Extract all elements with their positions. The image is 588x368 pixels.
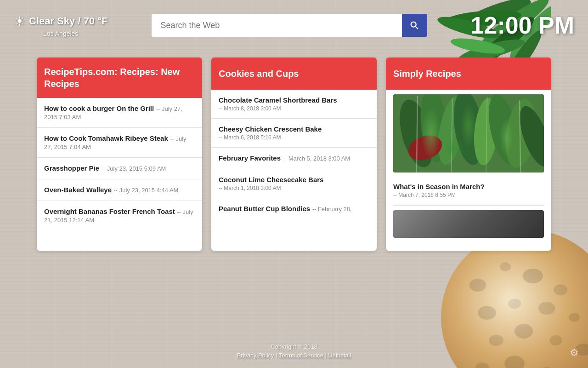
svg-point-13	[554, 284, 567, 295]
recipe-title: Chocolate Caramel Shortbread Bars	[219, 96, 337, 104]
svg-point-17	[569, 313, 580, 322]
svg-point-22	[475, 362, 489, 368]
card-simplyrecipes: Simply Recipes	[386, 58, 551, 251]
list-item[interactable]: Chocolate Caramel Shortbread Bars -- Mar…	[211, 90, 377, 119]
recipe-date: -- March 1, 2018 3:00 AM	[219, 185, 369, 191]
card-simplyrecipes-title: Simply Recipes	[393, 68, 461, 80]
recipe-image-container	[386, 90, 551, 176]
clock: 12:00 PM	[471, 12, 574, 39]
list-item[interactable]: How to cook a burger On the Grill -- Jul…	[37, 98, 202, 128]
weather-temperature: Clear Sky / 70 °F	[29, 15, 107, 27]
footer: Copyright © 2018 Privacy Policy | Terms …	[0, 343, 588, 359]
svg-point-33	[471, 97, 500, 166]
recipe-title: February Favorites	[219, 154, 281, 162]
svg-line-41	[520, 100, 521, 172]
svg-point-16	[538, 302, 555, 315]
recipe-date: -- March 6, 2018 5:16 AM	[219, 134, 369, 141]
footer-copyright: Copyright © 2018	[0, 343, 588, 350]
svg-point-10	[469, 279, 486, 292]
list-item[interactable]: Overnight Bananas Foster French Toast --…	[37, 201, 202, 230]
svg-line-27	[415, 26, 418, 29]
recipe-date: -- March 8, 2018 3:00 AM	[219, 105, 369, 112]
svg-point-19	[514, 324, 533, 339]
recipe-title: Oven-Baked Walleye	[44, 186, 112, 194]
recipe-image	[393, 94, 544, 172]
recipe-date: -- July 23, 2015 5:09 AM	[102, 165, 166, 172]
recipe-title: Grasshopper Pie	[44, 164, 99, 172]
recipe-image-2	[393, 210, 544, 238]
list-item[interactable]: How to Cook Tomahawk Ribeye Steak -- Jul…	[37, 128, 202, 158]
settings-icon[interactable]: ⚙	[570, 347, 579, 359]
recipe-date: -- March 7, 2018 8:55 PM	[393, 192, 544, 198]
svg-point-14	[478, 306, 496, 320]
svg-line-39	[451, 98, 452, 172]
svg-point-29	[393, 96, 439, 171]
recipe-title: Coconut Lime Cheesecake Bars	[219, 176, 323, 184]
recipe-title: How to cook a burger On the Grill	[44, 104, 154, 112]
recipe-date: -- February 28,	[312, 206, 352, 213]
terms-of-service-link[interactable]: Terms of Service	[279, 352, 323, 359]
list-item[interactable]: Cheesy Chicken Crescent Bake -- March 6,…	[211, 119, 377, 148]
weather-widget: ☀ Clear Sky / 70 °F Los Angeles	[14, 14, 107, 37]
svg-point-32	[450, 94, 488, 167]
card-recipetips-header: RecipeTips.com: Recipes: New Recipes	[37, 58, 202, 98]
svg-point-12	[523, 269, 543, 283]
svg-line-40	[486, 97, 487, 172]
svg-point-37	[514, 102, 544, 170]
card-cookiesandcups-body: Chocolate Caramel Shortbread Bars -- Mar…	[211, 90, 377, 219]
search-container	[152, 14, 427, 37]
footer-links: Privacy Policy | Terms of Service | Unin…	[0, 352, 588, 359]
main-content: RecipeTips.com: Recipes: New Recipes How…	[0, 58, 588, 251]
header: ☀ Clear Sky / 70 °F Los Angeles 12:00 PM	[0, 0, 588, 51]
greens-image	[393, 94, 544, 172]
uninstall-link[interactable]: Uninstall	[328, 352, 351, 359]
privacy-policy-link[interactable]: Privacy Policy	[237, 352, 274, 359]
card-simplyrecipes-header: Simply Recipes	[386, 58, 551, 90]
card-recipetips-title: RecipeTips.com: Recipes: New Recipes	[44, 66, 195, 90]
svg-point-15	[508, 299, 521, 309]
svg-point-30	[418, 94, 450, 163]
recipe-title: How to Cook Tomahawk Ribeye Steak	[44, 134, 168, 142]
list-item[interactable]: What's in Season in March? -- March 7, 2…	[386, 176, 551, 205]
recipe-date: -- July 23, 2015 4:44 AM	[113, 187, 178, 194]
recipe-date: -- March 5, 2018 3:00 AM	[283, 155, 351, 162]
svg-point-36	[405, 131, 445, 165]
list-item[interactable]: Peanut Butter Cup Blondies -- February 2…	[211, 198, 377, 219]
card-recipetips: RecipeTips.com: Recipes: New Recipes How…	[37, 58, 202, 251]
recipe-title: What's in Season in March?	[393, 183, 485, 190]
list-item[interactable]: Oven-Baked Walleye -- July 23, 2015 4:44…	[37, 179, 202, 201]
list-item[interactable]: Coconut Lime Cheesecake Bars -- March 1,…	[211, 169, 377, 198]
svg-rect-28	[393, 94, 544, 172]
svg-line-38	[416, 96, 418, 172]
list-item[interactable]: February Favorites -- March 5, 2018 3:00…	[211, 148, 377, 169]
recipe-title: Cheesy Chicken Crescent Bake	[219, 125, 322, 133]
search-input[interactable]	[152, 14, 402, 37]
svg-point-35	[502, 97, 540, 170]
card-recipetips-body: How to cook a burger On the Grill -- Jul…	[37, 98, 202, 230]
svg-point-11	[500, 262, 511, 271]
recipe-title: Peanut Butter Cup Blondies	[219, 205, 310, 213]
card-cookiesandcups-header: Cookies and Cups	[211, 58, 377, 90]
list-item[interactable]: Grasshopper Pie -- July 23, 2015 5:09 AM	[37, 158, 202, 179]
sun-icon: ☀	[14, 14, 25, 29]
svg-point-31	[434, 94, 469, 167]
card-simplyrecipes-body: What's in Season in March? -- March 7, 2…	[386, 90, 551, 242]
search-button[interactable]	[402, 14, 427, 37]
footer-separator-1: |	[276, 352, 279, 359]
svg-point-34	[483, 94, 523, 167]
search-icon	[409, 20, 419, 30]
card-cookiesandcups-title: Cookies and Cups	[219, 68, 299, 80]
recipe-title: Overnight Bananas Foster French Toast	[44, 207, 175, 215]
weather-city: Los Angeles	[43, 30, 78, 37]
card-cookiesandcups: Cookies and Cups Chocolate Caramel Short…	[211, 58, 377, 251]
